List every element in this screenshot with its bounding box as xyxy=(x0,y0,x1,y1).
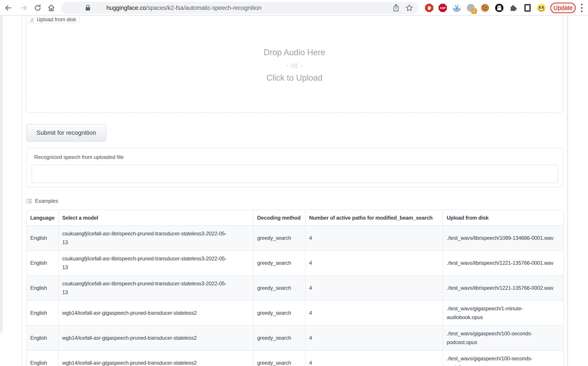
cell-language[interactable]: English xyxy=(27,300,59,326)
header-language: Language xyxy=(27,210,59,226)
browser-menu-icon[interactable] xyxy=(580,3,583,13)
example-row[interactable]: English csukuangfj/icefall-asr-librispee… xyxy=(27,275,564,300)
cell-decoding-method[interactable]: greedy_search xyxy=(254,300,305,326)
recognized-speech-group: Recognized speech from uploaded file xyxy=(26,147,563,188)
cell-decoding-method[interactable]: greedy_search xyxy=(254,275,305,300)
lock-icon[interactable] xyxy=(85,5,91,11)
example-row[interactable]: English wgb14/icefall-asr-gigaspeech-pru… xyxy=(27,326,564,351)
forward-icon[interactable] xyxy=(19,3,28,12)
refresh-icon[interactable] xyxy=(33,3,42,12)
example-row[interactable]: English wgb14/icefall-asr-gigaspeech-pru… xyxy=(27,300,564,326)
adblock-plus-extension-icon[interactable]: ABP xyxy=(439,4,447,12)
url-text: huggingface.co/spaces/k2-fsa/automatic-s… xyxy=(106,5,262,11)
example-row[interactable]: English csukuangfj/icefall-asr-librispee… xyxy=(27,251,564,275)
cell-num-paths[interactable]: 4 xyxy=(305,226,443,251)
cell-upload-path[interactable]: ./test_wavs/gigaspeech/100-seconds-youtu… xyxy=(443,351,564,366)
grin-emoji-icon[interactable] xyxy=(537,4,545,12)
tab-upload-from-disk[interactable]: ♫ Upload from disk xyxy=(27,16,80,23)
recognized-speech-textbox[interactable] xyxy=(31,165,558,183)
upload-tab-label: Upload from disk xyxy=(37,16,76,23)
page-content: ♫ Upload from disk Drop Audio Here - or … xyxy=(0,16,588,366)
left-panel-edge xyxy=(0,16,1,332)
cell-decoding-method[interactable]: greedy_search xyxy=(254,226,305,251)
cell-language[interactable]: English xyxy=(27,351,59,366)
cell-decoding-method[interactable]: greedy_search xyxy=(254,326,305,351)
profile-extension-icon[interactable]: 1 xyxy=(467,4,475,12)
cell-language[interactable]: English xyxy=(27,251,59,275)
home-icon[interactable] xyxy=(47,3,56,12)
back-icon[interactable] xyxy=(4,3,13,12)
cell-model[interactable]: wgb14/icefall-asr-gigaspeech-pruned-tran… xyxy=(59,351,254,366)
bookmark-star-icon[interactable] xyxy=(405,4,413,12)
example-row[interactable]: English wgb14/icefall-asr-gigaspeech-pru… xyxy=(27,351,564,366)
cell-model[interactable]: csukuangfj/icefall-asr-librispeech-prune… xyxy=(59,251,254,275)
extension-badge: 1 xyxy=(471,8,477,14)
cell-upload-path[interactable]: ./test_wavs/gigaspeech/100-seconds-podca… xyxy=(443,326,564,351)
cell-num-paths[interactable]: 4 xyxy=(305,326,443,351)
share-icon[interactable] xyxy=(392,4,400,12)
header-upload-from-disk: Upload from disk xyxy=(443,210,564,226)
app-left-divider xyxy=(22,16,22,366)
recognized-speech-label: Recognized speech from uploaded file xyxy=(34,154,124,160)
cell-num-paths[interactable]: 4 xyxy=(305,251,443,275)
table-header-row: Language Select a model Decoding method … xyxy=(27,210,564,226)
cell-upload-path[interactable]: ./test_wavs/librispeech/1089-134686-0001… xyxy=(443,226,564,251)
avatar: 1 xyxy=(467,4,475,12)
header-num-paths: Number of active paths for modified_beam… xyxy=(305,210,443,226)
cell-upload-path[interactable]: ./test_wavs/librispeech/1221-135766-0001… xyxy=(443,251,564,275)
cell-model[interactable]: csukuangfj/icefall-asr-librispeech-prune… xyxy=(59,275,254,300)
extensions-puzzle-icon[interactable] xyxy=(509,4,517,12)
cell-language[interactable]: English xyxy=(27,226,59,251)
submit-for-recognition-button[interactable]: Submit for recognition xyxy=(26,124,106,142)
vimium-extension-icon[interactable]: V xyxy=(452,4,461,12)
screen: huggingface.co/spaces/k2-fsa/automatic-s… xyxy=(0,0,588,366)
app-right-divider xyxy=(567,16,568,366)
cell-num-paths[interactable]: 4 xyxy=(305,300,443,326)
cell-upload-path[interactable]: ./test_wavs/librispeech/1221-135766-0002… xyxy=(443,275,564,300)
examples-list-icon xyxy=(26,198,32,204)
examples-title: Examples xyxy=(35,198,58,204)
address-bar[interactable]: huggingface.co/spaces/k2-fsa/automatic-s… xyxy=(61,2,418,14)
audio-dropzone[interactable] xyxy=(26,16,563,113)
cell-num-paths[interactable]: 4 xyxy=(305,275,443,300)
music-note-icon: ♫ xyxy=(30,17,34,22)
browser-toolbar: huggingface.co/spaces/k2-fsa/automatic-s… xyxy=(0,0,588,16)
cell-language[interactable]: English xyxy=(27,275,59,300)
cell-decoding-method[interactable]: greedy_search xyxy=(254,251,305,275)
update-button[interactable]: Update xyxy=(550,3,576,13)
cell-upload-path[interactable]: ./test_wavs/gigaspeech/1-minute-audioboo… xyxy=(443,300,564,326)
examples-header: Examples xyxy=(26,198,58,204)
cell-decoding-method[interactable]: greedy_search xyxy=(254,351,305,366)
url-host: huggingface.co xyxy=(106,5,146,11)
cell-model[interactable]: csukuangfj/icefall-asr-librispeech-prune… xyxy=(59,226,254,251)
header-decoding-method: Decoding method xyxy=(254,210,305,226)
header-select-model: Select a model xyxy=(59,210,254,226)
cell-num-paths[interactable]: 4 xyxy=(305,351,443,366)
cell-model[interactable]: wgb14/icefall-asr-gigaspeech-pruned-tran… xyxy=(59,326,254,351)
examples-table: Language Select a model Decoding method … xyxy=(27,210,564,366)
update-label: Update xyxy=(553,5,573,11)
github-extension-icon[interactable] xyxy=(495,4,504,12)
url-path: /spaces/k2-fsa/automatic-speech-recognit… xyxy=(146,5,261,11)
ublock-extension-icon[interactable] xyxy=(425,4,433,12)
example-row[interactable]: English csukuangfj/icefall-asr-librispee… xyxy=(27,226,564,251)
cookie-extension-icon[interactable] xyxy=(481,4,489,12)
abp-label: ABP xyxy=(439,4,447,12)
vimium-label: V xyxy=(452,4,461,12)
examples-table-wrap: Language Select a model Decoding method … xyxy=(26,210,564,366)
cell-language[interactable]: English xyxy=(27,326,59,351)
examples-tbody: English csukuangfj/icefall-asr-librispee… xyxy=(27,226,564,366)
cell-model[interactable]: wgb14/icefall-asr-gigaspeech-pruned-tran… xyxy=(59,300,254,326)
side-panel-icon[interactable] xyxy=(523,4,532,12)
